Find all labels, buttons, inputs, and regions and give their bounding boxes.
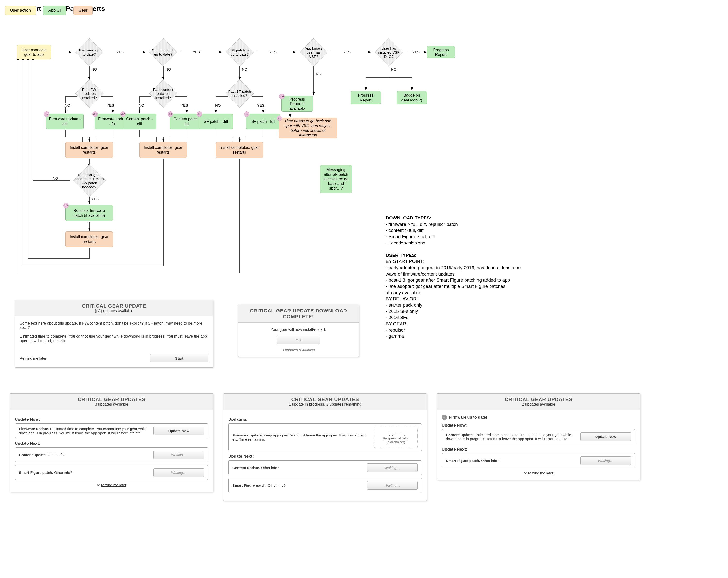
box-install-repulsor: Install completes, gear restarts — [66, 231, 113, 247]
panel-title: CRITICAL GEAR UPDATE — [18, 303, 210, 309]
version-badge: 3.3 — [197, 111, 202, 117]
label-no: NO — [241, 67, 248, 71]
firmware-done-row: ✓Firmware up to date! — [442, 414, 635, 420]
diamond-past-fw: Past FW updates installed? — [75, 82, 103, 104]
label-no: NO — [215, 103, 221, 107]
panel-text: Your gear will now install/restart. — [243, 327, 354, 332]
box-firmware-diff: Firmware update - diff3.2 — [46, 114, 84, 129]
box-content-diff: Content patch - diff3.2 — [123, 114, 156, 129]
label-yes: YES — [269, 50, 277, 54]
update-row: Content update. Other info? Waiting… — [15, 447, 208, 462]
version-badge: 3.1 — [167, 111, 173, 117]
mock-download-complete: CRITICAL GEAR UPDATE DOWNLOAD COMPLETE! … — [238, 305, 359, 357]
version-badge: 3.1 — [93, 111, 98, 117]
update-now-button[interactable]: Update Now — [580, 432, 631, 441]
section-update-now: Update Now: — [15, 417, 208, 422]
page: 2016 Smart Figure Patch Alerts User acti… — [5, 5, 723, 573]
box-install-sf: Install completes, gear restarts — [216, 142, 263, 158]
section-updating: Updating: — [228, 417, 422, 422]
panel-title: CRITICAL GEAR UPDATE DOWNLOAD COMPLETE! — [241, 308, 356, 320]
remind-later-link[interactable]: remind me later — [528, 471, 553, 475]
panel-text: Estimated time to complete. You cannot u… — [20, 334, 208, 343]
label-yes: YES — [106, 103, 114, 107]
legend-gear: Gear — [73, 6, 93, 15]
notes-panel: DOWNLOAD TYPES: - firmware > full, diff,… — [386, 215, 522, 340]
legend: User action App UI Gear — [5, 6, 93, 15]
box-install-content: Install completes, gear restarts — [139, 142, 187, 158]
remind-later-link[interactable]: Remind me later — [20, 356, 46, 360]
version-badge: 3.4 — [279, 94, 285, 99]
update-row: Content update. Other info? Waiting… — [228, 460, 422, 475]
label-yes: YES — [412, 50, 420, 54]
panel-title: CRITICAL GEAR UPDATES — [13, 396, 210, 402]
diamond-dlc-installed: User has installed VSF DLC? — [375, 41, 403, 63]
mock-updates-list-1: CRITICAL GEAR UPDATES 3 updates availabl… — [10, 393, 213, 492]
panel-subtitle: 1 update in progress, 2 updates remainin… — [226, 402, 424, 407]
diamond-firmware-up-to-date: Firmware up to date? — [75, 41, 103, 63]
version-badge: 3.2 — [120, 111, 126, 117]
box-sf-diff: SF patch - diff3.3 — [199, 114, 233, 129]
diamond-repulsor: Repulsor gear connected + extra FW patch… — [72, 168, 106, 194]
updates-remaining: 3 updates remaining — [243, 348, 354, 352]
panel-title: CRITICAL GEAR UPDATES — [226, 396, 424, 402]
waiting-button: Waiting… — [367, 463, 418, 472]
spinner-icon: ⋮⋰⋯⋱ — [379, 431, 413, 436]
waiting-button: Waiting… — [367, 481, 418, 489]
progress-placeholder: ⋮⋰⋯⋱ Progress indicator (placeholder) — [374, 427, 418, 448]
ok-button[interactable]: OK — [277, 336, 320, 344]
section-update-now: Update Now: — [442, 423, 635, 428]
panel-subtitle: 2 updates available — [440, 402, 637, 407]
label-yes: YES — [257, 103, 265, 107]
label-yes: YES — [116, 50, 124, 54]
update-row: Smart Figure patch. Other info? Waiting… — [228, 478, 422, 493]
label-no: NO — [165, 67, 172, 71]
waiting-button: Waiting… — [153, 451, 204, 459]
box-progress-if-available: Progress Report if available3.4 — [281, 96, 313, 112]
diamond-sf-up-to-date: SF patches up to date? — [226, 41, 254, 63]
box-sf-full: SF patch - full3.3 — [246, 114, 280, 129]
label-no: NO — [91, 67, 98, 71]
update-row: Firmware update. Keep app open. You must… — [228, 423, 422, 451]
label-yes: YES — [192, 50, 200, 54]
update-row: Content update. Estimated time to comple… — [442, 429, 635, 444]
section-update-next: Update Next: — [442, 447, 635, 452]
box-dlc-progress: Progress Report — [350, 91, 381, 104]
panel-text: Some text here about this update. If FW/… — [20, 321, 208, 330]
legend-user-action: User action — [5, 6, 36, 15]
update-row: Firmware update. Estimated time to compl… — [15, 423, 208, 438]
diamond-past-content: Past content patches installed? — [149, 82, 177, 104]
end-progress-report: Progress Report — [427, 46, 455, 58]
waiting-button: Waiting… — [153, 468, 204, 477]
legend-app-ui: App UI — [43, 6, 66, 15]
label-no: NO — [64, 103, 71, 107]
version-badge: 3.5 — [277, 116, 282, 121]
box-vsf-resync: User needs to go back and spar with VSF,… — [279, 118, 337, 139]
version-badge: 3.3 — [244, 111, 250, 117]
label-yes: YES — [343, 50, 351, 54]
diamond-content-up-to-date: Content patch up to date? — [149, 41, 177, 63]
label-yes: YES — [91, 197, 99, 201]
mock-critical-update-start: CRITICAL GEAR UPDATE {{#}} updates avail… — [15, 300, 213, 368]
panel-subtitle: {{#}} updates available — [18, 309, 210, 313]
mock-updates-list-2: CRITICAL GEAR UPDATES 1 update in progre… — [223, 393, 427, 501]
version-badge: 3.2 — [44, 111, 49, 117]
box-install-fw: Install completes, gear restarts — [66, 142, 113, 158]
update-now-button[interactable]: Update Now — [153, 427, 204, 435]
version-badge: 3.3 — [63, 203, 69, 208]
label-yes: YES — [180, 103, 188, 107]
start-button[interactable]: Start — [150, 354, 208, 362]
label-no: NO — [138, 103, 145, 107]
update-row: Smart Figure patch. Other info? Waiting… — [442, 453, 635, 468]
mock-updates-list-3: CRITICAL GEAR UPDATES 2 updates availabl… — [437, 393, 641, 480]
panel-subtitle: 3 updates available — [13, 402, 210, 407]
waiting-button: Waiting… — [580, 456, 631, 465]
label-no: NO — [52, 176, 59, 180]
section-update-next: Update Next: — [15, 441, 208, 446]
label-no: NO — [315, 72, 322, 76]
box-repulsor-patch: Repulsor firmware patch (if available)3.… — [66, 205, 113, 221]
diamond-app-knows-vsf: App knows user has VSF? — [300, 41, 328, 63]
remind-later-link[interactable]: remind me later — [101, 483, 126, 487]
section-update-next: Update Next: — [228, 454, 422, 459]
diamond-past-sf: Past SF patch installed? — [226, 82, 254, 104]
label-no: NO — [391, 67, 397, 71]
